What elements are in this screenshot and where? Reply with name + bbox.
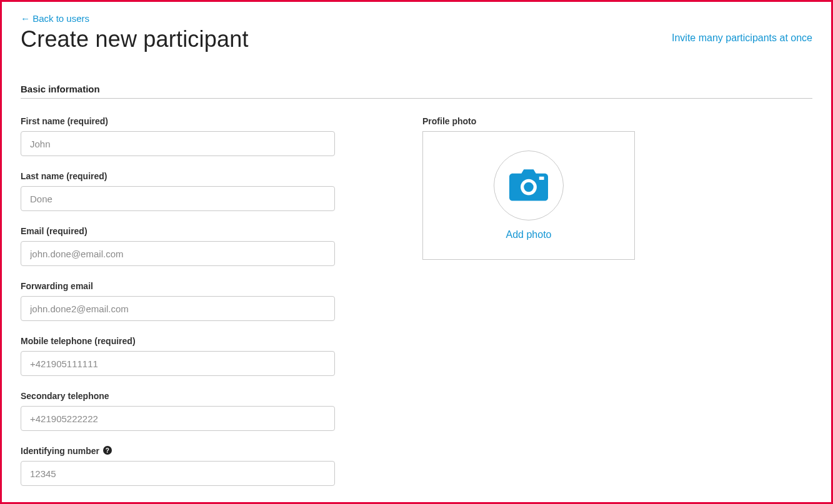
last-name-input[interactable] xyxy=(21,186,335,211)
mobile-label: Mobile telephone (required) xyxy=(21,336,335,346)
field-group-forwarding-email: Forwarding email xyxy=(21,281,335,321)
field-group-last-name: Last name (required) xyxy=(21,171,335,211)
forwarding-email-label: Forwarding email xyxy=(21,281,335,291)
page-title: Create new participant xyxy=(21,26,249,52)
identifying-number-label: Identifying number ? xyxy=(21,446,335,456)
photo-circle xyxy=(494,151,564,220)
identifying-number-input[interactable] xyxy=(21,461,335,486)
forwarding-email-input[interactable] xyxy=(21,296,335,321)
field-group-identifying-number: Identifying number ? xyxy=(21,446,335,486)
form-left-column: First name (required) Last name (require… xyxy=(21,116,335,501)
field-group-email: Email (required) xyxy=(21,226,335,266)
profile-photo-label: Profile photo xyxy=(422,116,635,126)
help-icon[interactable]: ? xyxy=(103,446,112,455)
back-to-users-link[interactable]: ← Back to users xyxy=(21,13,89,24)
secondary-phone-label: Secondary telephone xyxy=(21,391,335,401)
field-group-secondary-phone: Secondary telephone xyxy=(21,391,335,431)
svg-point-2 xyxy=(524,182,534,192)
identifying-number-label-text: Identifying number xyxy=(21,446,99,456)
section-basic-information: Basic information xyxy=(21,84,812,99)
add-photo-text: Add photo xyxy=(506,229,552,240)
add-photo-box[interactable]: Add photo xyxy=(422,131,635,260)
first-name-label: First name (required) xyxy=(21,116,335,126)
email-label: Email (required) xyxy=(21,226,335,236)
secondary-phone-input[interactable] xyxy=(21,406,335,431)
svg-rect-0 xyxy=(539,177,544,180)
header: Create new participant Invite many parti… xyxy=(21,26,812,52)
form-right-column: Profile photo Add photo xyxy=(422,116,635,501)
invite-many-link[interactable]: Invite many participants at once xyxy=(672,32,812,44)
field-group-first-name: First name (required) xyxy=(21,116,335,156)
email-input[interactable] xyxy=(21,241,335,266)
camera-icon xyxy=(509,169,548,202)
first-name-input[interactable] xyxy=(21,131,335,156)
field-group-mobile: Mobile telephone (required) xyxy=(21,336,335,376)
last-name-label: Last name (required) xyxy=(21,171,335,181)
form-content: First name (required) Last name (require… xyxy=(21,116,812,501)
mobile-input[interactable] xyxy=(21,351,335,376)
